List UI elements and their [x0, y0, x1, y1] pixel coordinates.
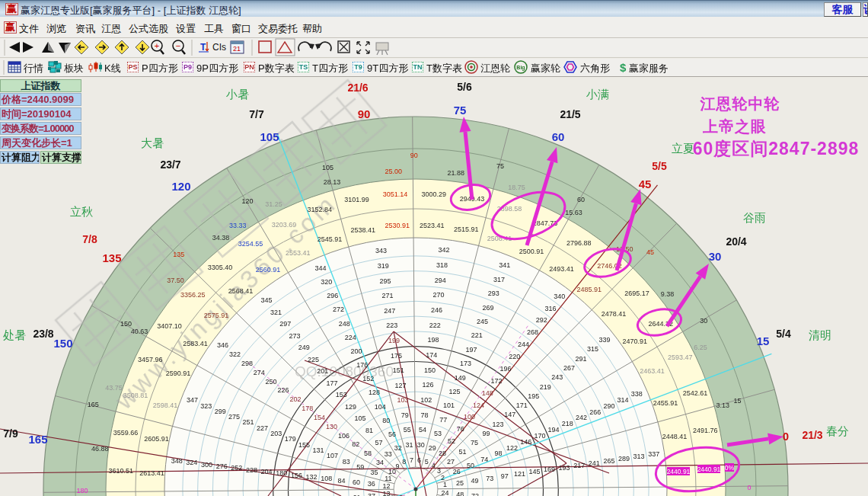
svg-text:53: 53	[434, 430, 442, 437]
svg-text:322: 322	[229, 350, 241, 358]
svg-text:83: 83	[343, 458, 350, 466]
svg-text:2493.41: 2493.41	[549, 265, 574, 273]
svg-text:199: 199	[388, 337, 400, 344]
svg-text:135: 135	[102, 251, 121, 264]
svg-text:146: 146	[520, 438, 531, 446]
svg-text:2478.41: 2478.41	[602, 310, 627, 318]
svg-text:313: 313	[633, 453, 645, 460]
svg-text:135: 135	[173, 251, 184, 258]
svg-text:103: 103	[397, 396, 408, 404]
svg-text:75: 75	[454, 104, 467, 117]
svg-text:295: 295	[380, 277, 391, 285]
svg-text:221: 221	[471, 331, 483, 339]
svg-text:4: 4	[432, 462, 436, 469]
svg-text:79: 79	[401, 411, 409, 419]
svg-text:29: 29	[429, 444, 436, 452]
svg-text:2613.41: 2613.41	[139, 469, 164, 477]
svg-text:106: 106	[338, 432, 349, 440]
svg-text:40.63: 40.63	[131, 328, 148, 335]
svg-text:226: 226	[277, 386, 289, 394]
svg-text:149: 149	[455, 374, 466, 382]
svg-text:276: 276	[216, 462, 228, 470]
svg-text:−: −	[176, 41, 180, 50]
svg-text:82: 82	[352, 440, 359, 448]
svg-text:90: 90	[358, 107, 371, 120]
svg-text:220: 220	[509, 353, 520, 360]
svg-text:290: 290	[603, 402, 614, 410]
svg-text:9: 9	[395, 462, 399, 470]
svg-text:319: 319	[378, 262, 389, 270]
svg-text:45: 45	[639, 178, 652, 190]
svg-text:224: 224	[345, 334, 356, 341]
svg-text:348: 348	[171, 457, 183, 465]
svg-text:0%: 0%	[725, 464, 735, 472]
svg-text:5: 5	[425, 458, 429, 466]
svg-text:51: 51	[458, 448, 466, 456]
svg-text:151: 151	[393, 366, 404, 374]
svg-text:13: 13	[383, 490, 391, 496]
svg-text:228: 228	[246, 466, 257, 474]
svg-text:267: 267	[563, 364, 575, 372]
svg-text:150: 150	[53, 337, 72, 350]
svg-text:2583.41: 2583.41	[183, 340, 208, 347]
svg-text:265: 265	[603, 457, 614, 465]
svg-text:247: 247	[384, 307, 395, 315]
svg-text:340: 340	[554, 293, 565, 300]
svg-text:2542.61: 2542.61	[683, 389, 708, 397]
svg-text:105: 105	[322, 164, 333, 171]
svg-text:180: 180	[76, 487, 88, 494]
svg-text:谷雨: 谷雨	[743, 211, 766, 224]
svg-text:43.75: 43.75	[105, 384, 123, 392]
svg-text:上帝之眼: 上帝之眼	[702, 118, 767, 135]
svg-text:321: 321	[270, 309, 282, 316]
svg-text:289: 289	[618, 455, 630, 462]
svg-text:169: 169	[544, 466, 555, 473]
svg-text:2553.41: 2553.41	[286, 249, 311, 257]
svg-text:107: 107	[327, 452, 338, 459]
svg-text:3000.29: 3000.29	[421, 190, 446, 198]
svg-text:2523.41: 2523.41	[420, 222, 445, 229]
svg-text:156: 156	[291, 472, 302, 479]
svg-text:60度区间2847-2898: 60度区间2847-2898	[693, 139, 860, 158]
svg-text:25.00: 25.00	[385, 168, 403, 175]
svg-text:271: 271	[381, 292, 393, 299]
svg-text:131: 131	[312, 446, 324, 454]
svg-text:123: 123	[493, 421, 504, 428]
svg-text:105: 105	[260, 130, 279, 143]
svg-text:90: 90	[410, 152, 418, 159]
svg-text:196: 196	[499, 365, 511, 373]
svg-text:CIs: CIs	[212, 42, 226, 53]
svg-text:T: T	[200, 42, 206, 53]
svg-text:6: 6	[417, 456, 421, 464]
svg-text:7: 7	[410, 456, 413, 464]
svg-text:75: 75	[496, 162, 504, 170]
svg-text:343: 343	[375, 247, 387, 254]
svg-text:148: 148	[482, 389, 493, 397]
svg-text:299: 299	[215, 408, 226, 415]
svg-text:57: 57	[375, 439, 382, 446]
svg-text:130: 130	[326, 423, 337, 430]
svg-text:78: 78	[420, 411, 428, 419]
svg-text:3.13: 3.13	[716, 402, 730, 409]
svg-text:2500.91: 2500.91	[519, 248, 544, 255]
svg-text:15: 15	[757, 334, 770, 347]
svg-text:346: 346	[217, 341, 228, 349]
svg-text:147: 147	[504, 411, 515, 418]
svg-text:6.25: 6.25	[694, 344, 707, 351]
svg-text:24: 24	[441, 489, 448, 496]
svg-text:2: 2	[441, 474, 445, 482]
svg-text:223: 223	[386, 322, 397, 329]
svg-text:195: 195	[528, 392, 539, 400]
svg-text:31: 31	[405, 441, 413, 449]
svg-text:2530.91: 2530.91	[385, 222, 410, 229]
svg-text:21/3: 21/3	[802, 429, 822, 441]
svg-text:52: 52	[448, 437, 455, 445]
svg-text:241: 241	[589, 459, 600, 467]
svg-text:33: 33	[385, 450, 392, 458]
svg-text:3254.55: 3254.55	[238, 240, 263, 248]
svg-text:81: 81	[365, 427, 373, 434]
svg-text:2448.41: 2448.41	[662, 433, 688, 440]
svg-text:23/7: 23/7	[160, 158, 180, 171]
svg-text:272: 272	[333, 306, 344, 313]
svg-text:23/8: 23/8	[33, 328, 53, 340]
